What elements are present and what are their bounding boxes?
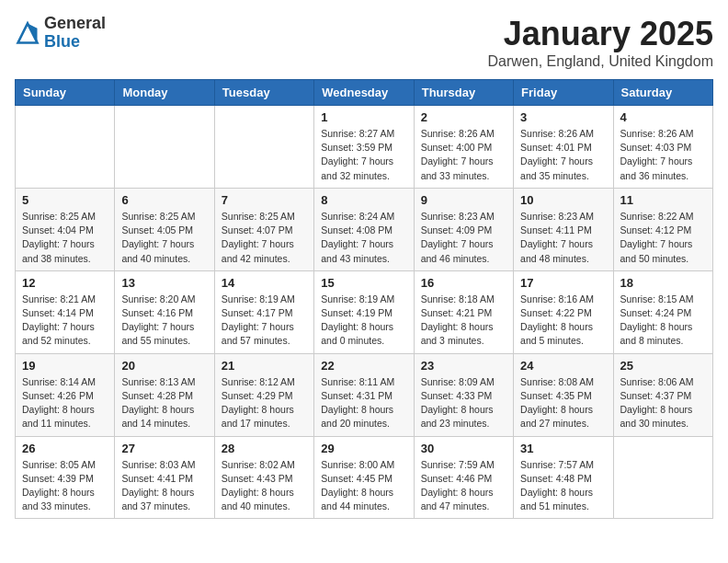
header-friday: Friday [514, 80, 613, 106]
calendar-location: Darwen, England, United Kingdom [488, 53, 713, 70]
logo-general: General [44, 15, 106, 33]
week-row-3: 12 Sunrise: 8:21 AMSunset: 4:14 PMDaylig… [16, 270, 713, 353]
day-number: 22 [321, 359, 406, 373]
day-number: 10 [520, 193, 606, 207]
logo-icon [15, 20, 40, 46]
calendar-cell: 22 Sunrise: 8:11 AMSunset: 4:31 PMDaylig… [314, 353, 414, 436]
logo: General Blue [15, 15, 106, 52]
calendar-cell: 28 Sunrise: 8:02 AMSunset: 4:43 PMDaylig… [214, 436, 313, 519]
calendar-cell: 1 Sunrise: 8:27 AMSunset: 3:59 PMDayligh… [314, 106, 414, 189]
day-detail: Sunrise: 8:14 AMSunset: 4:26 PMDaylight:… [22, 375, 108, 431]
day-number: 13 [121, 276, 207, 290]
logo-blue: Blue [44, 33, 106, 52]
day-detail: Sunrise: 8:23 AMSunset: 4:09 PMDaylight:… [421, 210, 506, 266]
day-number: 30 [421, 442, 506, 455]
calendar-cell: 29 Sunrise: 8:00 AMSunset: 4:45 PMDaylig… [314, 436, 414, 519]
day-detail: Sunrise: 8:25 AMSunset: 4:05 PMDaylight:… [121, 210, 207, 266]
day-number: 25 [620, 359, 706, 373]
calendar-cell: 9 Sunrise: 8:23 AMSunset: 4:09 PMDayligh… [414, 188, 513, 270]
day-number: 12 [22, 276, 108, 290]
week-row-2: 5 Sunrise: 8:25 AMSunset: 4:04 PMDayligh… [16, 188, 713, 270]
calendar-cell [613, 436, 712, 519]
day-detail: Sunrise: 8:05 AMSunset: 4:39 PMDaylight:… [22, 458, 108, 514]
day-number: 16 [421, 276, 506, 290]
week-row-5: 26 Sunrise: 8:05 AMSunset: 4:39 PMDaylig… [16, 436, 713, 519]
header-monday: Monday [115, 80, 214, 106]
calendar-cell: 17 Sunrise: 8:16 AMSunset: 4:22 PMDaylig… [514, 270, 613, 353]
page-header: General Blue January 2025 Darwen, Englan… [15, 15, 713, 70]
day-number: 1 [321, 110, 406, 124]
day-detail: Sunrise: 8:26 AMSunset: 4:01 PMDaylight:… [520, 127, 606, 183]
calendar-cell: 21 Sunrise: 8:12 AMSunset: 4:29 PMDaylig… [214, 353, 313, 436]
calendar-cell: 16 Sunrise: 8:18 AMSunset: 4:21 PMDaylig… [414, 270, 513, 353]
day-detail: Sunrise: 8:00 AMSunset: 4:45 PMDaylight:… [321, 458, 406, 514]
day-number: 18 [620, 276, 706, 290]
day-number: 7 [222, 193, 307, 207]
day-number: 6 [121, 193, 207, 207]
day-number: 26 [22, 442, 108, 455]
day-detail: Sunrise: 8:26 AMSunset: 4:03 PMDaylight:… [620, 127, 706, 183]
calendar-cell: 23 Sunrise: 8:09 AMSunset: 4:33 PMDaylig… [414, 353, 513, 436]
calendar-cell: 19 Sunrise: 8:14 AMSunset: 4:26 PMDaylig… [16, 353, 115, 436]
day-detail: Sunrise: 8:27 AMSunset: 3:59 PMDaylight:… [321, 127, 406, 183]
day-number: 29 [321, 442, 406, 455]
day-number: 27 [121, 442, 207, 455]
day-number: 14 [222, 276, 307, 290]
day-detail: Sunrise: 8:12 AMSunset: 4:29 PMDaylight:… [222, 375, 307, 431]
calendar-cell [214, 106, 313, 189]
day-detail: Sunrise: 8:25 AMSunset: 4:07 PMDaylight:… [222, 210, 307, 266]
calendar-cell: 13 Sunrise: 8:20 AMSunset: 4:16 PMDaylig… [115, 270, 214, 353]
day-number: 9 [421, 193, 506, 207]
calendar-cell: 24 Sunrise: 8:08 AMSunset: 4:35 PMDaylig… [514, 353, 613, 436]
day-detail: Sunrise: 8:18 AMSunset: 4:21 PMDaylight:… [421, 293, 506, 349]
calendar-table: Sunday Monday Tuesday Wednesday Thursday… [15, 79, 713, 519]
day-detail: Sunrise: 8:23 AMSunset: 4:11 PMDaylight:… [520, 210, 606, 266]
calendar-cell: 4 Sunrise: 8:26 AMSunset: 4:03 PMDayligh… [613, 106, 712, 189]
calendar-cell [16, 106, 115, 189]
calendar-cell: 10 Sunrise: 8:23 AMSunset: 4:11 PMDaylig… [514, 188, 613, 270]
svg-marker-1 [28, 23, 38, 42]
calendar-cell: 8 Sunrise: 8:24 AMSunset: 4:08 PMDayligh… [314, 188, 414, 270]
calendar-cell: 15 Sunrise: 8:19 AMSunset: 4:19 PMDaylig… [314, 270, 414, 353]
day-detail: Sunrise: 8:06 AMSunset: 4:37 PMDaylight:… [620, 375, 706, 431]
day-detail: Sunrise: 8:20 AMSunset: 4:16 PMDaylight:… [121, 293, 207, 349]
day-number: 15 [321, 276, 406, 290]
day-number: 5 [22, 193, 108, 207]
header-tuesday: Tuesday [214, 80, 313, 106]
calendar-cell: 20 Sunrise: 8:13 AMSunset: 4:28 PMDaylig… [115, 353, 214, 436]
calendar-cell: 11 Sunrise: 8:22 AMSunset: 4:12 PMDaylig… [613, 188, 712, 270]
day-detail: Sunrise: 8:21 AMSunset: 4:14 PMDaylight:… [22, 293, 108, 349]
day-number: 4 [620, 110, 706, 124]
header-sunday: Sunday [16, 80, 115, 106]
day-detail: Sunrise: 8:02 AMSunset: 4:43 PMDaylight:… [222, 458, 307, 514]
day-detail: Sunrise: 8:09 AMSunset: 4:33 PMDaylight:… [421, 375, 506, 431]
calendar-title: January 2025 [488, 15, 713, 53]
day-detail: Sunrise: 8:19 AMSunset: 4:17 PMDaylight:… [222, 293, 307, 349]
weekday-header-row: Sunday Monday Tuesday Wednesday Thursday… [16, 80, 713, 106]
day-detail: Sunrise: 8:13 AMSunset: 4:28 PMDaylight:… [121, 375, 207, 431]
day-detail: Sunrise: 8:11 AMSunset: 4:31 PMDaylight:… [321, 375, 406, 431]
day-number: 8 [321, 193, 406, 207]
header-thursday: Thursday [414, 80, 513, 106]
calendar-cell: 5 Sunrise: 8:25 AMSunset: 4:04 PMDayligh… [16, 188, 115, 270]
calendar-cell: 3 Sunrise: 8:26 AMSunset: 4:01 PMDayligh… [514, 106, 613, 189]
calendar-cell: 30 Sunrise: 7:59 AMSunset: 4:46 PMDaylig… [414, 436, 513, 519]
day-detail: Sunrise: 8:08 AMSunset: 4:35 PMDaylight:… [520, 375, 606, 431]
logo-text: General Blue [44, 15, 106, 52]
calendar-cell: 18 Sunrise: 8:15 AMSunset: 4:24 PMDaylig… [613, 270, 712, 353]
day-detail: Sunrise: 8:16 AMSunset: 4:22 PMDaylight:… [520, 293, 606, 349]
header-saturday: Saturday [613, 80, 712, 106]
calendar-cell: 12 Sunrise: 8:21 AMSunset: 4:14 PMDaylig… [16, 270, 115, 353]
title-block: January 2025 Darwen, England, United Kin… [488, 15, 713, 70]
day-detail: Sunrise: 8:03 AMSunset: 4:41 PMDaylight:… [121, 458, 207, 514]
day-detail: Sunrise: 8:26 AMSunset: 4:00 PMDaylight:… [421, 127, 506, 183]
day-detail: Sunrise: 7:57 AMSunset: 4:48 PMDaylight:… [520, 458, 606, 514]
calendar-cell: 27 Sunrise: 8:03 AMSunset: 4:41 PMDaylig… [115, 436, 214, 519]
day-number: 20 [121, 359, 207, 373]
calendar-cell [115, 106, 214, 189]
week-row-4: 19 Sunrise: 8:14 AMSunset: 4:26 PMDaylig… [16, 353, 713, 436]
day-detail: Sunrise: 8:24 AMSunset: 4:08 PMDaylight:… [321, 210, 406, 266]
day-detail: Sunrise: 8:19 AMSunset: 4:19 PMDaylight:… [321, 293, 406, 349]
day-number: 28 [222, 442, 307, 455]
day-detail: Sunrise: 8:25 AMSunset: 4:04 PMDaylight:… [22, 210, 108, 266]
